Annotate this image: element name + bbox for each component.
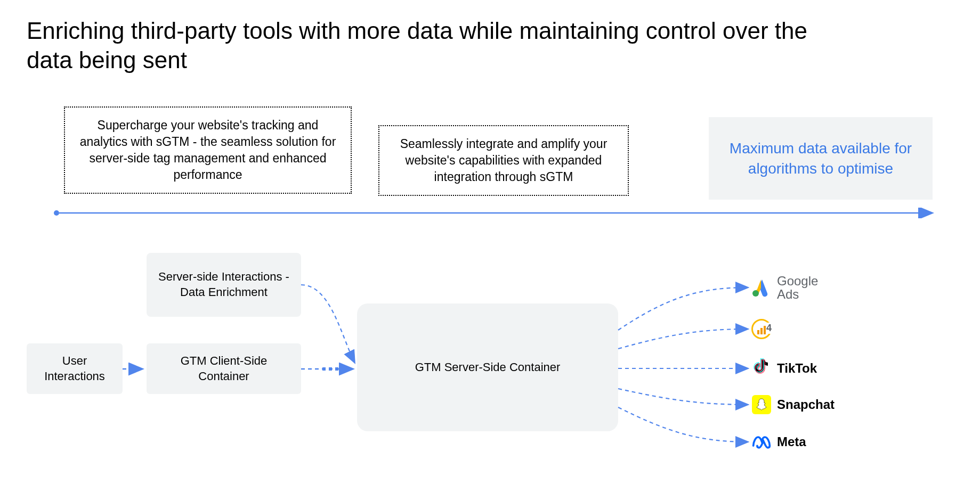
destination-label: Snapchat — [777, 397, 835, 412]
diagram-canvas: Supercharge your website's tracking and … — [27, 106, 933, 490]
svg-point-0 — [54, 210, 59, 216]
node-user-interactions: User Interactions — [27, 343, 123, 394]
callout-integrate: Seamlessly integrate and amplify your we… — [378, 125, 629, 196]
page-title: Enriching third-party tools with more da… — [27, 16, 853, 75]
destination-label: Meta — [777, 434, 806, 449]
ga4-icon: 4 — [751, 319, 772, 339]
meta-icon — [751, 432, 772, 452]
node-gtm-server-side: GTM Server-Side Container — [357, 303, 618, 431]
destination-ga4: 4 — [751, 317, 772, 341]
snapchat-icon — [751, 395, 772, 415]
svg-point-6 — [752, 290, 759, 297]
tiktok-icon — [751, 358, 772, 379]
destination-google-ads: GoogleAds — [751, 276, 818, 299]
destination-tiktok: TikTok — [751, 357, 817, 380]
timeline-arrow — [53, 208, 938, 218]
google-ads-icon — [751, 277, 772, 298]
destination-meta: Meta — [751, 430, 806, 454]
destination-label: GoogleAds — [777, 274, 818, 301]
node-server-side-enrichment: Server-side Interactions - Data Enrichme… — [147, 253, 301, 317]
destination-snapchat: Snapchat — [751, 393, 835, 416]
node-gtm-client-side: GTM Client-Side Container — [147, 343, 301, 394]
highlight-max-data: Maximum data available for algorithms to… — [709, 117, 933, 200]
callout-supercharge: Supercharge your website's tracking and … — [64, 106, 352, 194]
destination-label: TikTok — [777, 361, 817, 376]
